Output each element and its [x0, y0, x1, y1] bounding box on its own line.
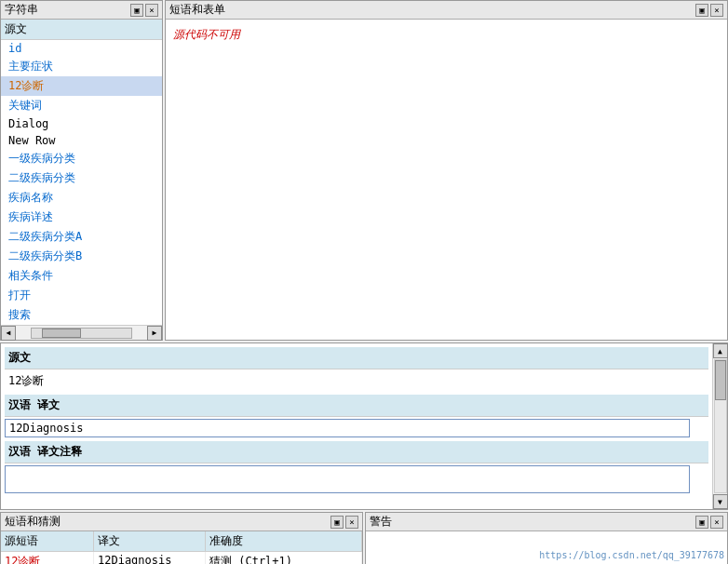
right-panel-titlebar-buttons: ▣ × [695, 4, 723, 17]
source-unavailable-text: 源代码不可用 [173, 28, 240, 41]
phrases-table: 源短语 译文 准确度 12诊断 12Diagnosis 猜测 (Ctrl+1) [1, 531, 362, 564]
middle-content: 源文 12诊断 汉语 译文 汉语 译文注释 [1, 343, 727, 509]
col-accuracy: 准确度 [206, 531, 362, 551]
left-panel-hscrollbar[interactable]: ◀ ▶ [1, 325, 162, 340]
list-item[interactable]: 12诊断 [1, 76, 162, 96]
scroll-down-arrow[interactable]: ▼ [713, 494, 728, 509]
cell-accuracy: 猜测 (Ctrl+1) [206, 552, 362, 564]
right-panel: 短语和表单 ▣ × 源代码不可用 [165, 0, 728, 341]
table-header-row: 源短语 译文 准确度 [1, 531, 362, 552]
scroll-thumb[interactable] [715, 360, 726, 400]
bottom-left-close-button[interactable]: × [345, 516, 358, 529]
cell-source: 12诊断 [1, 552, 94, 564]
left-panel: 字符串 ▣ × 源文 id主要症状12诊断关键词DialogNew Row一级疾… [0, 0, 163, 341]
right-panel-close-button[interactable]: × [710, 4, 723, 17]
list-item[interactable]: 关键词 [1, 96, 162, 115]
cell-translation: 12Diagnosis [94, 552, 206, 564]
bottom-right-titlebar-buttons: ▣ × [695, 516, 723, 529]
translation-label: 汉语 译文 [5, 395, 708, 417]
list-item[interactable]: 疾病名称 [1, 188, 162, 208]
middle-section: 源文 12诊断 汉语 译文 汉语 译文注释 ▲ ▼ [0, 342, 728, 510]
list-header-source[interactable]: 源文 [1, 20, 162, 40]
list-item[interactable]: 疾病详述 [1, 208, 162, 227]
hscroll-right-arrow[interactable]: ▶ [147, 326, 162, 341]
scroll-up-arrow[interactable]: ▲ [713, 343, 728, 358]
bottom-left-titlebar-buttons: ▣ × [330, 516, 358, 529]
bottom-left-pin-button[interactable]: ▣ [330, 516, 344, 529]
phrase-table-body: 12诊断 12Diagnosis 猜测 (Ctrl+1) [1, 552, 362, 564]
comment-label: 汉语 译文注释 [5, 441, 708, 463]
bottom-left-titlebar: 短语和猜测 ▣ × [1, 513, 362, 531]
table-row[interactable]: 12诊断 12Diagnosis 猜测 (Ctrl+1) [1, 552, 362, 564]
left-panel-titlebar: 字符串 ▣ × [1, 1, 162, 20]
list-item[interactable]: 二级疾病分类 [1, 168, 162, 188]
list-item[interactable]: New Row [1, 132, 162, 149]
hscroll-thumb[interactable] [42, 329, 82, 338]
middle-scrollbar[interactable]: ▲ ▼ [712, 343, 727, 509]
string-list: id主要症状12诊断关键词DialogNew Row一级疾病分类二级疾病分类疾病… [1, 40, 162, 325]
list-item[interactable]: id [1, 40, 162, 57]
right-panel-title: 短语和表单 [169, 2, 225, 18]
left-panel-title: 字符串 [5, 2, 38, 18]
right-panel-titlebar: 短语和表单 ▣ × [166, 1, 727, 20]
list-item[interactable]: 二级疾病分类A [1, 227, 162, 247]
source-value: 12诊断 [5, 371, 708, 391]
left-panel-titlebar-buttons: ▣ × [130, 4, 158, 17]
left-panel-pin-button[interactable]: ▣ [130, 4, 143, 17]
source-label: 源文 [5, 347, 708, 369]
list-item[interactable]: 二级疾病分类B [1, 247, 162, 266]
comment-input[interactable] [5, 465, 690, 493]
right-panel-pin-button[interactable]: ▣ [695, 4, 708, 17]
list-item[interactable]: 主要症状 [1, 57, 162, 76]
list-item[interactable]: 相关条件 [1, 266, 162, 286]
bottom-right-title: 警告 [370, 514, 392, 530]
col-translation: 译文 [94, 531, 206, 551]
bottom-right-pin-button[interactable]: ▣ [695, 516, 708, 529]
scroll-track[interactable] [714, 359, 727, 493]
bottom-right-close-button[interactable]: × [710, 516, 723, 529]
hscroll-track[interactable] [31, 328, 132, 339]
list-item[interactable]: 搜索 [1, 305, 162, 325]
list-item[interactable]: 打开 [1, 286, 162, 305]
list-item[interactable]: 一级疾病分类 [1, 149, 162, 168]
bottom-left-title: 短语和猜测 [5, 514, 61, 530]
bottom-right-titlebar: 警告 ▣ × [366, 513, 727, 531]
right-panel-content: 源代码不可用 [166, 20, 727, 340]
col-source-phrase: 源短语 [1, 531, 94, 551]
hscroll-left-arrow[interactable]: ◀ [1, 326, 16, 341]
string-list-container[interactable]: 源文 id主要症状12诊断关键词DialogNew Row一级疾病分类二级疾病分… [1, 20, 162, 325]
list-item[interactable]: Dialog [1, 115, 162, 132]
bottom-left-panel: 短语和猜测 ▣ × 源短语 译文 准确度 12诊断 12Diagnosis 猜测… [0, 512, 363, 564]
watermark: https://blog.csdn.net/qq_39177678 [539, 550, 724, 560]
translation-input[interactable] [5, 419, 690, 437]
left-panel-close-button[interactable]: × [145, 4, 158, 17]
